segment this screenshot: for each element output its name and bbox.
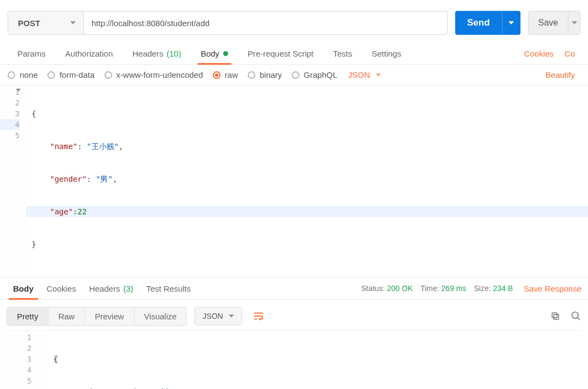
tab-authorization[interactable]: Authorization — [56, 43, 123, 64]
tab-headers-label: Headers — [132, 49, 163, 58]
response-header: Body Cookies Headers (3) Test Results St… — [0, 277, 588, 300]
body-type-options: none form-data x-www-form-urlencoded raw… — [0, 65, 588, 85]
chevron-down-icon — [229, 314, 234, 318]
request-tabs: Params Authorization Headers (10) Body P… — [0, 43, 588, 65]
radio-icon — [8, 71, 15, 79]
raw-type-select[interactable]: JSON — [348, 70, 381, 79]
resp-tab-test-results[interactable]: Test Results — [140, 277, 198, 299]
wrap-lines-button[interactable] — [249, 306, 268, 326]
code-link[interactable]: Co — [559, 49, 580, 58]
headers-count: (10) — [167, 49, 181, 58]
radio-icon — [47, 71, 55, 79]
option-label: binary — [260, 70, 282, 79]
radio-icon — [213, 71, 220, 79]
option-label: GraphQL — [304, 70, 338, 79]
svg-point-2 — [572, 312, 579, 319]
fold-icon[interactable] — [16, 89, 21, 91]
beautify-link[interactable]: Beautify — [540, 70, 580, 79]
resp-headers-label: Headers — [89, 284, 120, 293]
wrap-icon — [253, 310, 265, 322]
resp-size: Size: 234 B — [474, 284, 513, 293]
search-response-button[interactable] — [571, 311, 581, 322]
send-split-button[interactable] — [502, 11, 520, 35]
radio-icon — [105, 71, 112, 79]
chevron-down-icon — [572, 21, 577, 24]
chevron-down-icon — [376, 73, 381, 77]
response-type-label: JSON — [203, 312, 223, 320]
method-select[interactable]: POST — [8, 11, 84, 35]
resp-tab-cookies[interactable]: Cookies — [40, 277, 83, 299]
resp-tab-headers[interactable]: Headers (3) — [83, 277, 140, 299]
body-option-binary[interactable]: binary — [248, 70, 282, 79]
svg-line-3 — [578, 318, 580, 320]
view-preview[interactable]: Preview — [85, 307, 134, 325]
tab-pre-request[interactable]: Pre-request Script — [238, 43, 323, 64]
body-option-none[interactable]: none — [8, 70, 38, 79]
save-response-link[interactable]: Save Response — [524, 284, 581, 293]
save-button[interactable]: Save — [529, 18, 568, 28]
view-raw[interactable]: Raw — [48, 307, 85, 325]
tab-params[interactable]: Params — [8, 43, 56, 64]
request-url-input[interactable] — [84, 11, 448, 35]
send-button-group: Send — [455, 11, 520, 35]
body-option-graphql[interactable]: GraphQL — [292, 70, 338, 79]
editor-gutter: 1 2 3 4 5 6 7 8 — [7, 331, 44, 389]
resp-time: Time: 269 ms — [420, 284, 466, 293]
raw-type-label: JSON — [348, 70, 370, 79]
request-body-editor[interactable]: 1 2 3 4 5 { "name": "王小贱", "gender": "男"… — [0, 85, 588, 277]
search-icon — [571, 311, 581, 322]
cookies-link[interactable]: Cookies — [519, 49, 559, 58]
view-pretty[interactable]: Pretty — [7, 307, 48, 325]
tab-settings[interactable]: Settings — [362, 43, 411, 64]
view-visualize[interactable]: Visualize — [134, 307, 187, 325]
tab-headers[interactable]: Headers (10) — [122, 43, 191, 64]
response-body-editor[interactable]: 1 2 3 4 5 6 7 8 { "path": "/student/add"… — [7, 330, 581, 389]
tab-tests[interactable]: Tests — [323, 43, 362, 64]
radio-icon — [292, 71, 299, 79]
option-label: form-data — [59, 70, 94, 79]
editor-code[interactable]: { "name": "王小贱", "gender": "男", "age":22… — [26, 85, 588, 273]
radio-icon — [248, 71, 255, 79]
resp-tab-body[interactable]: Body — [7, 277, 40, 299]
svg-rect-1 — [552, 313, 557, 318]
dot-indicator-icon — [223, 51, 228, 56]
response-type-select[interactable]: JSON — [194, 307, 242, 325]
copy-icon — [550, 311, 560, 321]
chevron-down-icon — [509, 21, 514, 24]
send-button[interactable]: Send — [455, 17, 502, 28]
option-label: raw — [225, 70, 238, 79]
resp-headers-count: (3) — [123, 284, 133, 293]
editor-code[interactable]: { "path": "/student/add", "code": 200, "… — [44, 331, 581, 389]
save-split-button[interactable] — [568, 11, 580, 34]
chevron-down-icon — [70, 21, 76, 24]
body-option-form-data[interactable]: form-data — [47, 70, 94, 79]
resp-status: Status: 200 OK — [361, 284, 413, 293]
option-label: x-www-form-urlencoded — [117, 70, 203, 79]
body-option-xwww[interactable]: x-www-form-urlencoded — [105, 70, 203, 79]
view-mode-segment: Pretty Raw Preview Visualize — [7, 307, 187, 326]
body-option-raw[interactable]: raw — [213, 70, 238, 79]
method-value: POST — [18, 18, 40, 28]
option-label: none — [20, 70, 38, 79]
request-row: POST Send Save — [0, 0, 588, 43]
copy-response-button[interactable] — [550, 311, 561, 322]
tab-body[interactable]: Body — [191, 43, 238, 64]
save-button-group: Save — [528, 11, 580, 35]
svg-rect-0 — [554, 314, 559, 319]
response-view-toolbar: Pretty Raw Preview Visualize JSON — [0, 300, 588, 330]
editor-gutter: 1 2 3 4 5 — [0, 85, 26, 273]
tab-body-label: Body — [201, 49, 219, 58]
